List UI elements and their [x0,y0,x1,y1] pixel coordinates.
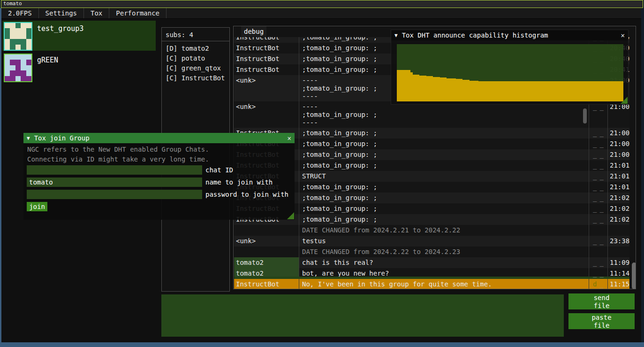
sender-name: InstructBot [234,64,299,75]
delivery-flags: __ [589,257,608,268]
sender-name: <unk> [234,75,299,101]
delivery-flags: __ [589,214,608,225]
timestamp: 21:01 [608,182,629,193]
subs-header: subs: 4 [162,28,229,41]
menu-item-tox[interactable]: Tox [84,8,109,18]
sender-name: <unk> [234,101,299,128]
chat-message-row[interactable]: tomato2bot, are you new here?__11:14 [234,268,629,279]
name-to-join-with-label: name to join with [205,177,273,187]
delivery-flags: __ [589,149,608,160]
message-text: No, I've been in this group for quite so… [299,279,589,289]
message-text: ;tomato_in_group: ; [299,149,589,160]
delivery-flags: __ [589,101,608,128]
sender-name: <unk> [234,236,299,247]
subs-member[interactable]: [C] green_qtox [162,63,229,73]
subs-member[interactable]: [D] tomato2 [162,44,229,54]
delivery-flags: __ [589,193,608,203]
message-text: ;tomato_in_group: ; [299,193,589,203]
sender-name [234,225,299,236]
group-item-green[interactable]: gREEN [2,52,156,82]
message-text: ;tomato_in_group: ; [299,214,589,225]
close-icon[interactable]: ✕ [288,134,291,142]
date-row: DATE CHANGED from 2024.2.22 to 2024.2.23 [234,247,629,257]
group-item-test-group3[interactable]: test_group3 [2,21,156,51]
message-text: ;tomato_in_group: ; [299,182,589,193]
close-icon[interactable]: ✕ [621,31,625,39]
tab-debug[interactable]: debug [241,26,266,37]
histogram-window-titlebar[interactable]: ▼ Tox DHT announce capability histogram … [391,30,628,40]
sender-name: InstructBot [234,279,299,289]
group-avatar [4,22,32,51]
password-to-join-with-input[interactable] [27,190,202,199]
chat-message-row[interactable]: <unk>testus__23:38 [234,236,629,247]
message-input[interactable] [161,294,564,337]
join-dialog-titlebar[interactable]: ▼ Tox join Group ✕ [23,133,295,143]
resize-grip-icon[interactable] [621,97,628,104]
collapse-arrow-icon[interactable]: ▼ [394,32,398,39]
menu-item-settings[interactable]: Settings [39,8,84,18]
fps-label: 2.0FPS [1,8,39,18]
subs-member[interactable]: [C] potato [162,54,229,63]
timestamp: 21:00 [608,101,629,128]
timestamp: 21:02 [608,214,629,225]
histogram-window: ▼ Tox DHT announce capability histogram … [391,30,629,105]
subs-separator [162,41,229,41]
message-text: DATE CHANGED from 2024.2.21 to 2024.2.22 [299,225,589,236]
join-dialog-title: Tox join Group [34,134,90,142]
timestamp: 23:38 [608,236,629,247]
timestamp: 21:02 [608,193,629,203]
date-row: DATE CHANGED from 2024.2.21 to 2024.2.22 [234,225,629,236]
message-text: ;tomato_in_group: ; [299,128,589,139]
join-button[interactable]: join [27,202,47,211]
message-text: DATE CHANGED from 2024.2.22 to 2024.2.23 [299,247,589,257]
send-file-button[interactable]: send file [568,293,635,309]
message-text: chat is this real? [299,257,589,268]
timestamp: 21:02 [608,203,629,214]
timestamp: 21:00 [608,128,629,139]
menu-item-performance[interactable]: Performance [109,8,167,18]
os-titlebar[interactable]: tomato [1,0,643,8]
sender-name: tomato2 [234,257,299,268]
resize-grip-icon[interactable] [287,212,294,219]
message-text: bot, are you new here? [299,268,589,277]
timestamp: 21:01 [608,160,629,171]
delivery-flags: d_ [589,279,608,289]
message-scrollbar-thumb[interactable] [583,108,587,123]
delivery-flags: __ [589,128,608,139]
sender-name: InstructBot [234,54,299,64]
delivery-flags: __ [589,236,608,247]
taskbar-strip [0,342,644,347]
join-info-line: NGC refers to the New DHT enabled Group … [27,146,209,153]
chat-message-row[interactable]: InstructBotNo, I've been in this group f… [234,279,629,289]
chat-id-input[interactable] [27,165,202,175]
delivery-flags: __ [589,160,608,171]
message-text: STRUCT [299,171,589,182]
group-list: test_group3gREEN [2,21,156,84]
chat-message-row[interactable]: <unk>----;tomato_in_group: ;----__21:00 [234,101,629,128]
chat-message-row[interactable]: tomato2chat is this real?__11:09 [234,257,629,268]
group-name-label: gREEN [37,56,58,64]
paste-file-button[interactable]: paste file [568,313,635,329]
message-text: ;tomato_in_group: ; [299,139,589,149]
group-name-label: test_group3 [37,24,83,33]
delivery-flags: __ [589,182,608,193]
subs-member[interactable]: [C] InstructBot [162,73,229,83]
os-window-title: tomato [3,0,22,7]
message-text: ;tomato_in_group: ; [299,203,589,214]
timestamp: 21:01 [608,171,629,182]
timestamp [608,247,629,257]
timestamp: 21:00 [608,149,629,160]
histogram-plot [397,44,623,101]
histogram-window-title: Tox DHT announce capability histogram [402,31,548,39]
group-avatar [4,54,32,82]
chat-scrollbar-thumb[interactable] [632,262,636,289]
timestamp: 11:14 [608,268,629,277]
delivery-flags [589,247,608,257]
sender-name: tomato2 [234,268,299,277]
subs-list: [D] tomato2[C] potato[C] green_qtox[C] I… [162,44,229,83]
histogram-bars [397,44,623,101]
timestamp [608,225,629,236]
password-to-join-with-label: password to join with [205,190,288,199]
collapse-arrow-icon[interactable]: ▼ [27,135,30,141]
name-to-join-with-input[interactable]: tomato [27,177,202,187]
